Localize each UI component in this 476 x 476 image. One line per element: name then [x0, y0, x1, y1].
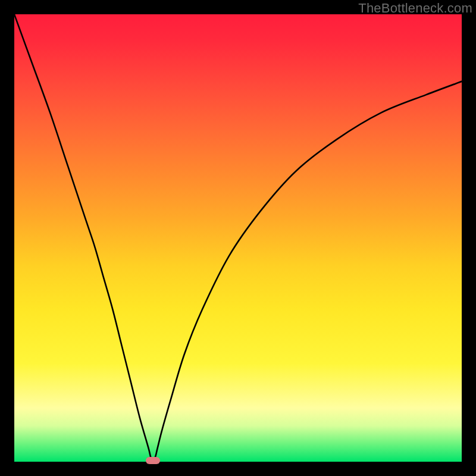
chart-frame [14, 14, 462, 462]
chart-svg [14, 14, 462, 462]
watermark-text: TheBottleneck.com [358, 1, 472, 16]
min-marker [146, 457, 160, 464]
bottleneck-curve [14, 14, 462, 460]
